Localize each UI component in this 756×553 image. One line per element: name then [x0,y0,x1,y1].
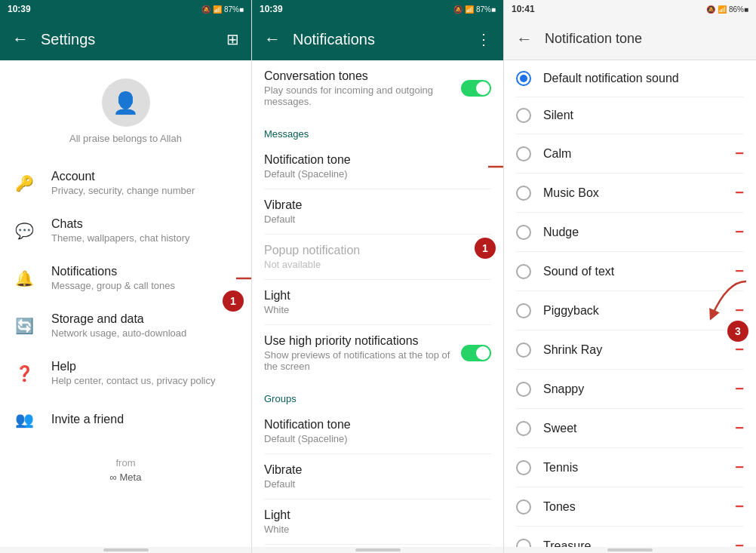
notif-item-groups-light[interactable]: Light White [252,499,503,544]
minus-tennis[interactable]: − [735,459,744,476]
panel1-bottom [0,547,251,553]
notif-item-vibrate[interactable]: Vibrate Default [252,189,503,234]
popup-title: Popup notification [264,244,491,257]
status-time-3: 10:41 [512,4,535,14]
notifications-app-bar: ← Notifications ⋮ [252,18,503,60]
back-icon-notif[interactable]: ← [264,29,281,49]
tone-item-calm[interactable]: Calm − [504,134,756,173]
menu-icon[interactable]: ⋮ [476,30,491,48]
sidebar-item-help[interactable]: ❓ Help Help center, contact us, privacy … [0,349,251,397]
groups-vibrate-title: Vibrate [264,463,491,477]
tone-item-nudge[interactable]: Nudge − [504,213,756,251]
radio-snappy[interactable] [516,382,531,397]
radio-tones[interactable] [516,499,531,515]
minus-nudge[interactable]: − [735,223,744,241]
tone-label-musicbox: Music Box [543,186,729,200]
notifications-title: Notifications [51,265,239,278]
notif-item-highpriority[interactable]: Use high priority notifications Show pre… [252,325,503,381]
minus-shrinkray[interactable]: − [735,341,744,358]
tone-item-tennis[interactable]: Tennis − [504,448,756,487]
chats-subtitle: Theme, wallpapers, chat history [51,232,239,244]
sidebar-item-storage[interactable]: 🔄 Storage and data Network usage, auto-d… [0,302,251,349]
status-icons-1: 🔕 📶 87%■ [201,5,244,14]
minus-soundoftext[interactable]: − [735,263,744,280]
radio-musicbox[interactable] [516,186,531,201]
scrollbar-2 [355,548,401,551]
radio-sweet[interactable] [516,421,531,436]
notifications-subtitle: Message, group & call tones [51,280,239,291]
invite-title: Invite a friend [51,413,239,426]
status-bar-3: 10:41 🔕 📶 86%■ [504,0,756,18]
sidebar-item-invite[interactable]: 👥 Invite a friend [0,397,251,442]
tone-item-snappy[interactable]: Snappy − [504,370,756,408]
radio-soundoftext[interactable] [516,264,531,279]
tone-item-shrinkray[interactable]: Shrink Ray − [504,330,756,369]
highpriority-subtitle: Show previews of notifications at the to… [264,349,461,372]
tone-label-silent: Silent [543,109,744,122]
chats-icon: 💬 [12,219,36,243]
notif-item-tone[interactable]: Notification tone Default (Spaceline) [252,144,503,189]
tone-label-tennis: Tennis [543,461,729,475]
tone-item-sweet[interactable]: Sweet − [504,409,756,447]
sidebar-item-account[interactable]: 🔑 Account Privacy, security, change numb… [0,159,251,207]
status-bar-1: 10:39 🔕 📶 87%■ [0,0,251,18]
groups-tone-subtitle: Default (Spaceline) [264,433,491,444]
sidebar-item-notifications[interactable]: 🔔 Notifications Message, group & call to… [0,254,251,302]
minus-piggyback[interactable]: − [735,302,744,319]
minus-calm[interactable]: − [735,145,744,162]
tone-list: Default notification sound Silent Calm −… [504,60,756,547]
tone-item-silent[interactable]: Silent [504,97,756,134]
help-title: Help [51,360,239,373]
chats-title: Chats [51,217,239,231]
notif-item-light[interactable]: Light White [252,280,503,324]
sidebar-item-chats[interactable]: 💬 Chats Theme, wallpapers, chat history [0,207,251,254]
status-bar-2: 10:39 🔕 📶 87%■ [252,0,503,18]
tone-item-tones[interactable]: Tones − [504,487,756,526]
tone-app-bar: ← Notification tone [504,18,756,60]
tone-item-soundoftext[interactable]: Sound of text − [504,252,756,290]
radio-silent[interactable] [516,108,531,123]
radio-tennis[interactable] [516,460,531,475]
minus-snappy[interactable]: − [735,380,744,398]
tone-item-default[interactable]: Default notification sound [504,60,756,97]
radio-shrinkray[interactable] [516,343,531,358]
radio-piggyback[interactable] [516,303,531,318]
settings-content: 👤 All praise belongs to Allah 🔑 Account … [0,60,251,547]
radio-default[interactable] [516,71,531,86]
tone-item-musicbox[interactable]: Music Box − [504,174,756,212]
back-icon-tone[interactable]: ← [516,29,533,49]
help-subtitle: Help center, contact us, privacy policy [51,375,239,386]
notif-item-groups-vibrate[interactable]: Vibrate Default [252,454,503,499]
storage-subtitle: Network usage, auto-download [51,327,239,339]
scrollbar-3 [607,548,653,551]
radio-nudge[interactable] [516,225,531,240]
tone-label-treasure: Treasure [543,539,729,548]
status-time-1: 10:39 [8,4,31,14]
back-icon-settings[interactable]: ← [12,29,29,49]
panel-notifications: 10:39 🔕 📶 87%■ ← Notifications ⋮ Convers… [252,0,504,553]
vibrate-subtitle: Default [264,214,491,225]
notif-item-groups-tone[interactable]: Notification tone Default (Spaceline) [252,409,503,453]
key-icon: 🔑 [12,171,36,195]
tone-label-shrinkray: Shrink Ray [543,343,729,357]
radio-calm[interactable] [516,146,531,161]
qr-icon[interactable]: ⊞ [226,30,239,48]
minus-sweet[interactable]: − [735,419,744,437]
footer-from: from [15,457,236,469]
minus-tones[interactable]: − [735,498,744,515]
notif-item-conversation-tones[interactable]: Conversation tones Play sounds for incom… [252,60,503,116]
minus-treasure[interactable]: − [735,537,744,547]
groups-light-title: Light [264,508,491,522]
account-subtitle: Privacy, security, change number [51,185,239,196]
tone-label-snappy: Snappy [543,382,729,396]
tone-item-piggyback[interactable]: Piggyback − [504,291,756,330]
highpriority-toggle[interactable] [461,345,491,361]
profile-praise: All praise belongs to Allah [69,133,182,144]
tone-item-treasure[interactable]: Treasure − [504,527,756,547]
radio-treasure[interactable] [516,539,531,548]
minus-musicbox[interactable]: − [735,184,744,201]
notif-tone-title: Notification tone [264,153,491,167]
avatar: 👤 [102,78,150,127]
arrow-3-inner [504,260,508,283]
conv-tones-toggle[interactable] [461,80,491,97]
